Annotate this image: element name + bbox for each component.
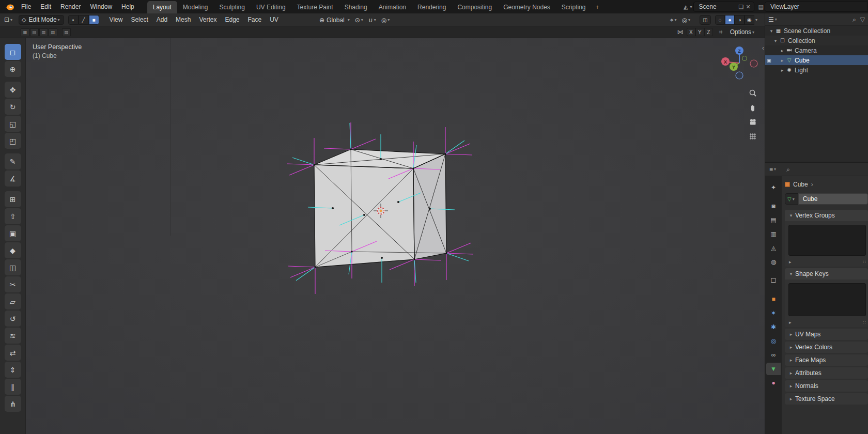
outliner-row-cube[interactable]: ▣ ▸ ▽ Cube xyxy=(765,55,868,65)
tool-rotate-button[interactable]: ↻ xyxy=(5,99,21,115)
tab-modifiers[interactable]: ✶ xyxy=(766,307,781,319)
mirror-y-button[interactable]: Y xyxy=(695,28,704,36)
tool-rip-region-button[interactable]: ⋔ xyxy=(5,396,21,412)
menu-select[interactable]: Select xyxy=(127,14,152,25)
menu-add[interactable]: Add xyxy=(152,14,172,25)
tab-tool[interactable]: ✦ xyxy=(766,181,781,194)
disclosure-caret[interactable]: ▸ xyxy=(779,58,785,63)
shape-keys-list[interactable] xyxy=(788,283,866,316)
vertex-colors-panel-header[interactable]: ▸ Vertex Colors xyxy=(785,342,868,353)
tool-shear-button[interactable]: ∥ xyxy=(5,379,21,395)
view-layer-icon[interactable]: ▤ xyxy=(757,4,765,10)
disclosure-caret[interactable]: ▸ xyxy=(779,48,785,53)
tab-view-layer[interactable]: ▥ xyxy=(766,228,781,240)
vertex-groups-panel-header[interactable]: ▾ Vertex Groups xyxy=(785,210,868,221)
properties-editor-icon[interactable]: ≡ xyxy=(769,166,773,173)
shading-solid-button[interactable]: ● xyxy=(725,15,735,25)
attributes-panel-header[interactable]: ▸ Attributes xyxy=(785,367,868,379)
new-scene-icon[interactable]: ❏ xyxy=(738,4,745,10)
workspace-tab-rendering[interactable]: Rendering xyxy=(412,1,452,13)
mesh-data-dropdown[interactable]: ▽ ▾ xyxy=(785,193,798,205)
sidebar-collapse-arrow[interactable]: ‹ xyxy=(762,44,764,52)
tab-physics[interactable]: ◎ xyxy=(766,335,781,347)
options-dropdown[interactable]: Options ▾ xyxy=(730,28,755,36)
menu-mesh[interactable]: Mesh xyxy=(172,14,195,25)
mirror-x-button[interactable]: X xyxy=(687,28,695,36)
tool-knife-button[interactable]: ✂ xyxy=(5,276,21,292)
tool-annotate-button[interactable]: ✎ xyxy=(5,153,21,169)
outliner-row-collection[interactable]: ▾ ☐ Collection xyxy=(765,36,868,45)
proportional-edit-controls[interactable]: ◎ ▾ xyxy=(381,17,391,24)
outliner-filter-icon[interactable]: ▽ xyxy=(860,16,865,23)
face-select-button[interactable]: ■ xyxy=(89,15,99,25)
zoom-button[interactable] xyxy=(747,87,759,99)
tool-scale-button[interactable]: ◱ xyxy=(5,116,21,132)
tab-material[interactable]: ● xyxy=(766,377,781,389)
view-layer-selector[interactable]: ViewLayer xyxy=(765,2,868,12)
menu-uv[interactable]: UV xyxy=(266,14,283,25)
shading-dropdown-caret[interactable]: ▾ xyxy=(754,18,758,22)
snap-controls[interactable]: ∪ ▾ xyxy=(368,17,377,24)
viewport-3d[interactable]: User Perspective (1) Cube Z X Y xyxy=(26,38,765,434)
pan-button[interactable] xyxy=(747,101,759,114)
menu-vertex[interactable]: Vertex xyxy=(195,14,221,25)
shading-material-button[interactable]: ◑ xyxy=(735,15,745,25)
tool-select-box-button[interactable]: ◻ xyxy=(5,44,21,60)
tool-bevel-button[interactable]: ◆ xyxy=(5,242,21,258)
workspace-tab-sculpting[interactable]: Sculpting xyxy=(214,1,251,13)
shading-rendered-button[interactable]: ◉ xyxy=(745,15,754,25)
show-gizmo-dropdown[interactable]: ⌖ ▾ xyxy=(670,17,678,24)
vertex-groups-list[interactable] xyxy=(788,225,866,256)
menu-render[interactable]: Render xyxy=(56,1,85,12)
resize-grip[interactable]: ∷ xyxy=(863,320,866,325)
scene-icon[interactable]: ◭ xyxy=(683,4,689,10)
disclosure-caret[interactable]: ▾ xyxy=(768,28,774,34)
tab-object[interactable]: ■ xyxy=(766,293,781,305)
unlink-scene-icon[interactable]: ✕ xyxy=(745,4,751,10)
disclosure-caret[interactable]: ▾ xyxy=(772,38,779,43)
tool-transform-button[interactable]: ◰ xyxy=(5,133,21,149)
edge-select-button[interactable]: ╱ xyxy=(79,15,89,25)
outliner-row-light[interactable]: ▸ ✺ Light xyxy=(765,65,868,75)
select-fallback-button-1[interactable]: ▤ xyxy=(30,28,39,36)
tab-object-data[interactable]: ▼ xyxy=(766,363,781,375)
shading-wireframe-button[interactable]: ◌ xyxy=(715,15,725,25)
tool-spin-button[interactable]: ↺ xyxy=(5,311,21,327)
workspace-tab-animation[interactable]: Animation xyxy=(373,1,412,13)
tab-collection[interactable]: ☐ xyxy=(766,274,781,287)
menu-help[interactable]: Help xyxy=(117,1,139,12)
shape-keys-panel-header[interactable]: ▾ Shape Keys xyxy=(785,268,868,280)
tab-constraints[interactable]: ∞ xyxy=(766,349,781,361)
tool-inset-faces-button[interactable]: ▣ xyxy=(5,225,21,241)
add-workspace-button[interactable]: + xyxy=(592,1,603,13)
tweak-fallback-button[interactable]: ▦ xyxy=(21,28,29,36)
tool-shrink-fatten-button[interactable]: ⇕ xyxy=(5,362,21,378)
workspace-tab-compositing[interactable]: Compositing xyxy=(452,1,498,13)
snap-options-icon[interactable]: ⌗ xyxy=(719,28,723,36)
xray-toggle-button[interactable]: ◫ xyxy=(700,15,711,25)
orientation-dropdown[interactable]: ⊕ Global ▾ xyxy=(319,17,351,24)
overlays-dropdown[interactable]: ◎ ▾ xyxy=(681,17,691,24)
menu-file[interactable]: File xyxy=(17,1,36,12)
menu-edge[interactable]: Edge xyxy=(221,14,243,25)
vertex-select-button[interactable]: ▪ xyxy=(68,15,79,25)
tool-smooth-button[interactable]: ≋ xyxy=(5,328,21,344)
disclosure-caret[interactable]: ▸ xyxy=(779,68,785,73)
scene-selector[interactable]: Scene ❏ ✕ xyxy=(693,2,754,12)
outliner-editor-icon[interactable]: ☰ xyxy=(768,16,774,23)
normals-panel-header[interactable]: ▸ Normals xyxy=(785,380,868,392)
specials-caret[interactable]: ▸ xyxy=(789,320,792,325)
tool-cursor-button[interactable]: ⊕ xyxy=(5,61,21,77)
camera-view-button[interactable] xyxy=(747,116,759,128)
mirror-z-button[interactable]: Z xyxy=(704,28,713,36)
workspace-tab-scripting[interactable]: Scripting xyxy=(556,1,592,13)
menu-face[interactable]: Face xyxy=(244,14,266,25)
workspace-tab-texture-paint[interactable]: Texture Paint xyxy=(291,1,339,13)
outliner-row-camera[interactable]: ▸ Camera xyxy=(765,45,868,55)
uv-maps-panel-header[interactable]: ▸ UV Maps xyxy=(785,329,868,340)
tool-edge-slide-button[interactable]: ⇄ xyxy=(5,345,21,361)
specials-caret[interactable]: ▸ xyxy=(789,259,792,265)
pivot-dropdown[interactable]: ⊙ ▾ xyxy=(355,17,364,24)
outliner-row-scene-collection[interactable]: ▾ ▦ Scene Collection xyxy=(765,26,868,36)
outliner-search-icon[interactable]: ⌕ xyxy=(853,16,856,23)
